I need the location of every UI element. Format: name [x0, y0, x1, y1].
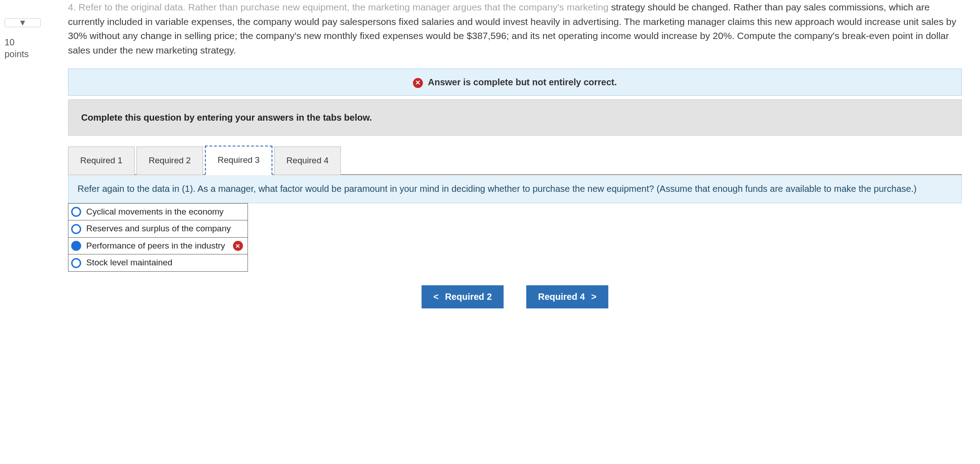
next-button[interactable]: Required 4 >: [526, 285, 608, 308]
instruction-text: Complete this question by entering your …: [81, 112, 372, 122]
tab-label: Required 1: [80, 156, 122, 165]
option-row[interactable]: Cyclical movements in the economy: [68, 203, 248, 220]
tab-prompt: Refer again to the data in (1). As a man…: [68, 175, 962, 203]
nav-buttons: < Required 2 Required 4 >: [68, 285, 962, 308]
tab-label: Required 2: [149, 156, 191, 165]
prev-button[interactable]: < Required 2: [422, 285, 504, 308]
option-label: Reserves and surplus of the company: [86, 224, 231, 233]
option-row[interactable]: Performance of peers in the industry ✕: [68, 237, 248, 254]
option-label: Performance of peers in the industry: [86, 241, 225, 250]
answer-status-banner: ✕ Answer is complete but not entirely co…: [68, 68, 962, 96]
question-partial-top: 4. Refer to the original data. Rather th…: [68, 2, 608, 12]
tab-label: Required 3: [218, 155, 260, 165]
prev-label: Required 2: [445, 292, 492, 302]
arrow-down-icon: ▼: [19, 17, 27, 29]
tab-required-3[interactable]: Required 3: [205, 146, 272, 175]
vote-arrow-box[interactable]: ▼: [5, 18, 41, 27]
tab-required-1[interactable]: Required 1: [68, 147, 135, 175]
tab-label: Required 4: [286, 156, 329, 165]
radio-icon[interactable]: [71, 207, 81, 217]
tabs-container: Required 1 Required 2 Required 3 Require…: [68, 145, 962, 175]
points-block: 10 points: [5, 36, 68, 60]
option-label: Stock level maintained: [86, 258, 172, 267]
points-value: 10: [5, 36, 68, 48]
options-table: Cyclical movements in the economy Reserv…: [68, 203, 248, 272]
tab-required-4[interactable]: Required 4: [274, 147, 341, 175]
wrong-icon: ✕: [233, 241, 243, 251]
points-label: points: [5, 48, 68, 60]
question-text: 4. Refer to the original data. Rather th…: [68, 0, 962, 57]
option-row[interactable]: Stock level maintained: [68, 254, 248, 272]
tab-required-2[interactable]: Required 2: [136, 147, 203, 175]
next-label: Required 4: [538, 292, 585, 302]
radio-icon[interactable]: [71, 241, 81, 251]
tab-prompt-text: Refer again to the data in (1). As a man…: [78, 184, 917, 194]
chevron-left-icon: <: [433, 292, 439, 302]
status-text: Answer is complete but not entirely corr…: [428, 77, 617, 87]
chevron-right-icon: >: [591, 292, 597, 302]
option-label: Cyclical movements in the economy: [86, 207, 223, 216]
radio-icon[interactable]: [71, 258, 81, 268]
radio-icon[interactable]: [71, 224, 81, 234]
instruction-banner: Complete this question by entering your …: [68, 99, 962, 136]
option-row[interactable]: Reserves and surplus of the company: [68, 220, 248, 238]
x-icon: ✕: [413, 78, 423, 88]
